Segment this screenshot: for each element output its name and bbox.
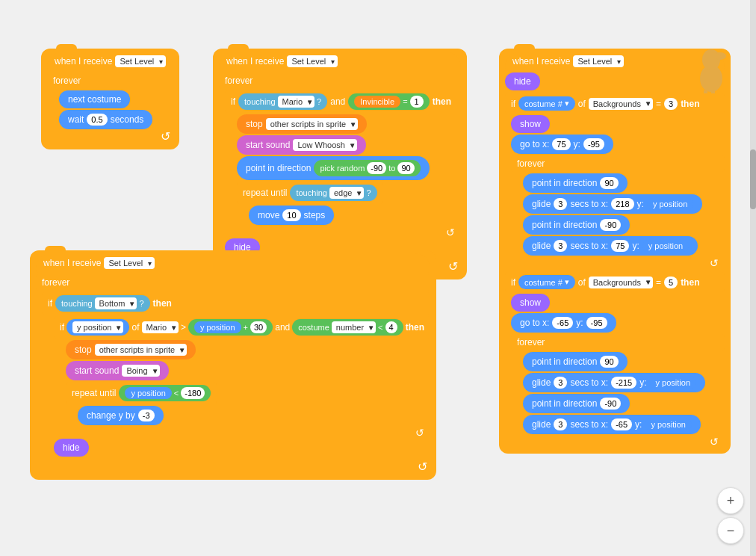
glide-x-2[interactable]: 75: [611, 240, 629, 252]
then-label-1: then: [433, 96, 451, 107]
costume-value[interactable]: 4: [385, 321, 397, 333]
repeat-until-label: repeat until: [243, 188, 287, 198]
question-mark-2: ?: [366, 188, 371, 197]
steps-label: steps: [304, 210, 326, 220]
y-value-1[interactable]: -95: [583, 138, 604, 150]
then-label-3: then: [406, 322, 424, 333]
when-receive-label-2: when I receive: [226, 56, 284, 67]
set-level-dropdown-3[interactable]: Set Level: [104, 257, 155, 269]
glide-x-1[interactable]: 218: [611, 198, 633, 210]
move-steps-value[interactable]: 10: [282, 209, 300, 221]
hide-label-3: hide: [514, 76, 531, 87]
wait-value[interactable]: 0.5: [87, 114, 107, 126]
group-4: when I receive Set Level hide if costume…: [499, 49, 731, 454]
question-mark-1: ?: [317, 97, 321, 106]
y-pos-label: y position: [125, 387, 171, 399]
pick-random-label: pick random: [320, 164, 365, 173]
scrollbar[interactable]: [750, 0, 756, 556]
zoom-controls: + −: [717, 487, 744, 544]
x-value-1[interactable]: 75: [552, 138, 570, 150]
repeat-until-label-2: repeat until: [72, 388, 116, 398]
direction-value-2[interactable]: -90: [600, 219, 621, 231]
y-position-label-inner: y position: [194, 321, 241, 333]
set-level-dropdown-2[interactable]: Set Level: [287, 55, 338, 67]
if-label-1: if: [231, 96, 235, 107]
hide-label-2: hide: [63, 442, 80, 453]
scratch-canvas: when I receive Set Level forever next co…: [0, 0, 756, 556]
if-label-5: if: [511, 277, 515, 288]
y-position-block-3: y position: [650, 377, 696, 389]
other-scripts-dropdown[interactable]: other scripts in sprite▾: [266, 118, 358, 130]
when-receive-label-4: when I receive: [512, 56, 570, 67]
forever-label-4: forever: [517, 158, 545, 169]
zoom-out-button[interactable]: −: [717, 517, 744, 544]
glide-x-3[interactable]: -215: [611, 377, 636, 389]
plus-value[interactable]: 30: [250, 321, 267, 333]
show-label-1: show: [520, 119, 541, 129]
start-sound-label: start sound: [246, 140, 290, 150]
y-position-dropdown[interactable]: y position▾: [72, 321, 123, 333]
then-label-4: then: [681, 99, 699, 109]
touching-edge-label: touching: [296, 188, 327, 197]
group-3: when I receive Set Level forever if touc…: [30, 250, 436, 480]
move-label: move: [258, 210, 279, 220]
when-receive-label: when I receive: [55, 56, 112, 67]
group-1: when I receive Set Level forever next co…: [41, 49, 179, 149]
wait-label: wait: [68, 114, 84, 125]
point-direction-label: point in direction: [246, 163, 311, 173]
glide-x-4[interactable]: -65: [611, 418, 632, 430]
direction-value-4[interactable]: -90: [600, 398, 621, 410]
then-label-5: then: [681, 277, 699, 288]
next-costume-label: next costume: [68, 94, 121, 105]
bg-value-5[interactable]: 5: [664, 277, 678, 288]
invincible-value[interactable]: 1: [410, 96, 424, 108]
set-level-dropdown-4[interactable]: Set Level: [573, 55, 624, 67]
forever-label-2: forever: [225, 75, 252, 86]
glide-secs-2[interactable]: 3: [554, 240, 567, 252]
y-position-block-4: y position: [645, 418, 691, 430]
backgrounds-dropdown-2[interactable]: Backgrounds▾: [589, 277, 653, 288]
forever-arrow-1: ↺: [47, 129, 173, 143]
y-pos-value[interactable]: -180: [181, 387, 205, 399]
scrollbar-thumb[interactable]: [750, 149, 756, 209]
if-label-3: if: [60, 322, 64, 333]
if-label-2: if: [48, 298, 52, 309]
set-level-dropdown[interactable]: Set Level: [115, 55, 166, 67]
zoom-in-button[interactable]: +: [717, 487, 744, 514]
seconds-label: seconds: [111, 114, 144, 125]
svg-rect-4: [711, 90, 715, 93]
glide-secs-1[interactable]: 3: [554, 198, 567, 210]
if-label-4: if: [511, 99, 515, 109]
bottom-dropdown[interactable]: Bottom▾: [95, 297, 137, 309]
forever-label-5: forever: [517, 337, 545, 348]
svg-rect-3: [704, 90, 707, 93]
glide-secs-4[interactable]: 3: [554, 418, 567, 430]
mario-dropdown-2[interactable]: Mario▾: [142, 321, 179, 333]
forever-arrow-3: ↺: [36, 460, 430, 474]
change-y-value[interactable]: -3: [138, 410, 155, 421]
costume-number-dropdown[interactable]: number▾: [332, 321, 376, 333]
change-y-label: change y by: [87, 410, 135, 421]
x-value-2[interactable]: -65: [552, 317, 573, 329]
group-2: when I receive Set Level forever if touc…: [213, 49, 467, 279]
y-value-2[interactable]: -95: [586, 317, 607, 329]
random-from[interactable]: -90: [367, 162, 386, 174]
invincible-label: Invincible: [354, 96, 400, 108]
bg-value-3[interactable]: 3: [664, 98, 678, 110]
stop-label: stop: [246, 119, 263, 129]
other-scripts-dropdown-2[interactable]: other scripts in sprite▾: [95, 344, 187, 356]
then-label-2: then: [153, 298, 172, 309]
boing-dropdown[interactable]: Boing▾: [122, 365, 159, 377]
sound-dropdown[interactable]: Low Whoosh▾: [293, 139, 357, 151]
mario-dropdown[interactable]: Mario▾: [278, 96, 315, 108]
edge-dropdown[interactable]: edge▾: [329, 187, 364, 199]
go-to-x-label-1: go to x:: [520, 139, 549, 149]
glide-secs-3[interactable]: 3: [554, 377, 567, 389]
direction-value-1[interactable]: 90: [600, 177, 618, 189]
direction-value-3[interactable]: 90: [600, 356, 618, 368]
random-to[interactable]: 90: [397, 162, 414, 174]
backgrounds-dropdown[interactable]: Backgrounds▾: [589, 98, 653, 110]
dinosaur-decoration: [689, 41, 734, 93]
y-position-block-2: y position: [642, 240, 689, 252]
when-receive-label-3: when I receive: [43, 258, 101, 268]
